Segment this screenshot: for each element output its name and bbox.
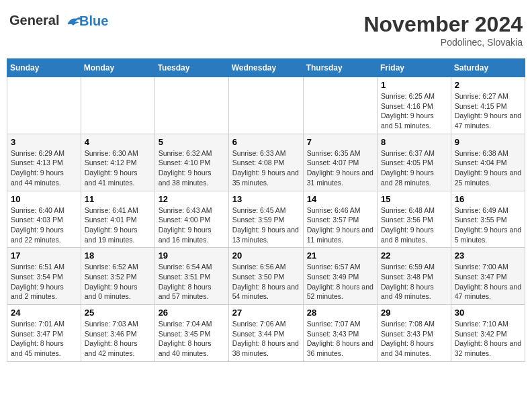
calendar-cell: 14Sunrise: 6:46 AM Sunset: 3:57 PM Dayli…: [303, 191, 377, 248]
day-info: Sunrise: 6:37 AM Sunset: 4:05 PM Dayligh…: [381, 148, 447, 188]
calendar-cell: 16Sunrise: 6:49 AM Sunset: 3:55 PM Dayli…: [451, 191, 525, 248]
day-number: 12: [159, 194, 225, 204]
calendar-cell: 19Sunrise: 6:54 AM Sunset: 3:51 PM Dayli…: [154, 248, 228, 305]
day-info: Sunrise: 6:51 AM Sunset: 3:54 PM Dayligh…: [11, 262, 77, 302]
calendar-cell: 3Sunrise: 6:29 AM Sunset: 4:13 PM Daylig…: [7, 134, 81, 191]
day-info: Sunrise: 6:49 AM Sunset: 3:55 PM Dayligh…: [455, 205, 521, 245]
day-number: 5: [159, 137, 225, 147]
calendar-cell: 23Sunrise: 7:00 AM Sunset: 3:47 PM Dayli…: [451, 248, 525, 305]
calendar-cell: 17Sunrise: 6:51 AM Sunset: 3:54 PM Dayli…: [7, 248, 81, 305]
day-number: 30: [455, 308, 521, 318]
calendar-cell: [303, 77, 377, 134]
day-number: 7: [307, 137, 373, 147]
calendar-cell: 25Sunrise: 7:03 AM Sunset: 3:46 PM Dayli…: [81, 305, 154, 362]
calendar-header-row: SundayMondayTuesdayWednesdayThursdayFrid…: [7, 59, 525, 77]
calendar-cell: 6Sunrise: 6:33 AM Sunset: 4:08 PM Daylig…: [228, 134, 303, 191]
calendar-week-row: 10Sunrise: 6:40 AM Sunset: 4:03 PM Dayli…: [7, 191, 525, 248]
day-info: Sunrise: 6:32 AM Sunset: 4:10 PM Dayligh…: [159, 148, 225, 188]
day-info: Sunrise: 6:41 AM Sunset: 4:01 PM Dayligh…: [85, 205, 151, 245]
day-info: Sunrise: 6:54 AM Sunset: 3:51 PM Dayligh…: [159, 262, 225, 302]
day-number: 19: [159, 250, 225, 261]
page-header: General Blue November 2024 Podolinec, Sl…: [7, 7, 525, 53]
calendar-table: SundayMondayTuesdayWednesdayThursdayFrid…: [7, 58, 525, 362]
day-number: 29: [381, 308, 447, 318]
day-number: 4: [85, 137, 151, 147]
title-block: November 2024 Podolinec, Slovakia: [363, 12, 523, 48]
day-number: 10: [11, 194, 77, 204]
calendar-week-row: 24Sunrise: 7:01 AM Sunset: 3:47 PM Dayli…: [7, 305, 525, 362]
day-info: Sunrise: 6:56 AM Sunset: 3:50 PM Dayligh…: [232, 262, 300, 302]
calendar-cell: 9Sunrise: 6:38 AM Sunset: 4:04 PM Daylig…: [451, 134, 525, 191]
location: Podolinec, Slovakia: [363, 37, 523, 48]
day-number: 22: [381, 250, 447, 261]
calendar-week-row: 3Sunrise: 6:29 AM Sunset: 4:13 PM Daylig…: [7, 134, 525, 191]
day-info: Sunrise: 6:38 AM Sunset: 4:04 PM Dayligh…: [455, 148, 521, 188]
calendar-cell: 26Sunrise: 7:04 AM Sunset: 3:45 PM Dayli…: [154, 305, 228, 362]
day-info: Sunrise: 7:10 AM Sunset: 3:42 PM Dayligh…: [455, 319, 521, 359]
day-number: 17: [11, 250, 77, 261]
calendar-cell: 18Sunrise: 6:52 AM Sunset: 3:52 PM Dayli…: [81, 248, 154, 305]
calendar-cell: 28Sunrise: 7:07 AM Sunset: 3:43 PM Dayli…: [303, 305, 377, 362]
calendar-cell: 29Sunrise: 7:08 AM Sunset: 3:43 PM Dayli…: [378, 305, 451, 362]
day-info: Sunrise: 6:52 AM Sunset: 3:52 PM Dayligh…: [85, 262, 151, 302]
calendar-cell: 11Sunrise: 6:41 AM Sunset: 4:01 PM Dayli…: [81, 191, 154, 248]
day-number: 18: [85, 250, 151, 261]
day-info: Sunrise: 6:48 AM Sunset: 3:56 PM Dayligh…: [381, 205, 447, 245]
day-info: Sunrise: 6:46 AM Sunset: 3:57 PM Dayligh…: [307, 205, 373, 245]
day-info: Sunrise: 6:33 AM Sunset: 4:08 PM Dayligh…: [232, 148, 300, 188]
calendar-cell: 22Sunrise: 6:59 AM Sunset: 3:48 PM Dayli…: [378, 248, 451, 305]
day-info: Sunrise: 6:57 AM Sunset: 3:49 PM Dayligh…: [307, 262, 373, 302]
day-number: 28: [307, 308, 373, 318]
logo-line2: Blue: [79, 13, 108, 28]
calendar-cell: 21Sunrise: 6:57 AM Sunset: 3:49 PM Dayli…: [303, 248, 377, 305]
calendar-cell: [81, 77, 154, 134]
day-number: 16: [455, 194, 521, 204]
calendar-cell: 7Sunrise: 6:35 AM Sunset: 4:07 PM Daylig…: [303, 134, 377, 191]
calendar-cell: 13Sunrise: 6:45 AM Sunset: 3:59 PM Dayli…: [228, 191, 303, 248]
col-header-thursday: Thursday: [303, 59, 377, 77]
calendar-cell: [154, 77, 228, 134]
day-number: 24: [11, 308, 77, 318]
day-info: Sunrise: 6:59 AM Sunset: 3:48 PM Dayligh…: [381, 262, 447, 302]
day-info: Sunrise: 6:29 AM Sunset: 4:13 PM Dayligh…: [11, 148, 77, 188]
day-info: Sunrise: 6:27 AM Sunset: 4:15 PM Dayligh…: [455, 91, 521, 131]
col-header-monday: Monday: [81, 59, 154, 77]
calendar-cell: 10Sunrise: 6:40 AM Sunset: 4:03 PM Dayli…: [7, 191, 81, 248]
day-info: Sunrise: 6:30 AM Sunset: 4:12 PM Dayligh…: [85, 148, 151, 188]
calendar-cell: 8Sunrise: 6:37 AM Sunset: 4:05 PM Daylig…: [378, 134, 451, 191]
col-header-friday: Friday: [378, 59, 451, 77]
col-header-tuesday: Tuesday: [154, 59, 228, 77]
day-number: 25: [85, 308, 151, 318]
day-info: Sunrise: 6:35 AM Sunset: 4:07 PM Dayligh…: [307, 148, 373, 188]
day-number: 3: [11, 137, 77, 147]
calendar-cell: 27Sunrise: 7:06 AM Sunset: 3:44 PM Dayli…: [228, 305, 303, 362]
calendar-cell: 30Sunrise: 7:10 AM Sunset: 3:42 PM Dayli…: [451, 305, 525, 362]
calendar-cell: 12Sunrise: 6:43 AM Sunset: 4:00 PM Dayli…: [154, 191, 228, 248]
day-info: Sunrise: 7:00 AM Sunset: 3:47 PM Dayligh…: [455, 262, 521, 302]
calendar-week-row: 1Sunrise: 6:25 AM Sunset: 4:16 PM Daylig…: [7, 77, 525, 134]
calendar-cell: 2Sunrise: 6:27 AM Sunset: 4:15 PM Daylig…: [451, 77, 525, 134]
day-number: 9: [455, 137, 521, 147]
day-number: 20: [232, 250, 300, 261]
day-info: Sunrise: 7:06 AM Sunset: 3:44 PM Dayligh…: [232, 319, 300, 359]
day-number: 8: [381, 137, 447, 147]
day-info: Sunrise: 6:45 AM Sunset: 3:59 PM Dayligh…: [232, 205, 300, 245]
day-info: Sunrise: 6:25 AM Sunset: 4:16 PM Dayligh…: [381, 91, 447, 131]
calendar-cell: 4Sunrise: 6:30 AM Sunset: 4:12 PM Daylig…: [81, 134, 154, 191]
calendar-cell: [7, 77, 81, 134]
calendar-cell: 20Sunrise: 6:56 AM Sunset: 3:50 PM Dayli…: [228, 248, 303, 305]
calendar-cell: 5Sunrise: 6:32 AM Sunset: 4:10 PM Daylig…: [154, 134, 228, 191]
day-number: 14: [307, 194, 373, 204]
day-info: Sunrise: 7:07 AM Sunset: 3:43 PM Dayligh…: [307, 319, 373, 359]
month-title: November 2024: [363, 12, 523, 37]
calendar-cell: 1Sunrise: 6:25 AM Sunset: 4:16 PM Daylig…: [378, 77, 451, 134]
calendar-cell: [228, 77, 303, 134]
logo: General Blue: [9, 12, 108, 30]
day-number: 26: [159, 308, 225, 318]
col-header-sunday: Sunday: [7, 59, 81, 77]
day-number: 13: [232, 194, 300, 204]
calendar-cell: 24Sunrise: 7:01 AM Sunset: 3:47 PM Dayli…: [7, 305, 81, 362]
day-number: 2: [455, 80, 521, 90]
day-info: Sunrise: 7:01 AM Sunset: 3:47 PM Dayligh…: [11, 319, 77, 359]
day-info: Sunrise: 7:08 AM Sunset: 3:43 PM Dayligh…: [381, 319, 447, 359]
